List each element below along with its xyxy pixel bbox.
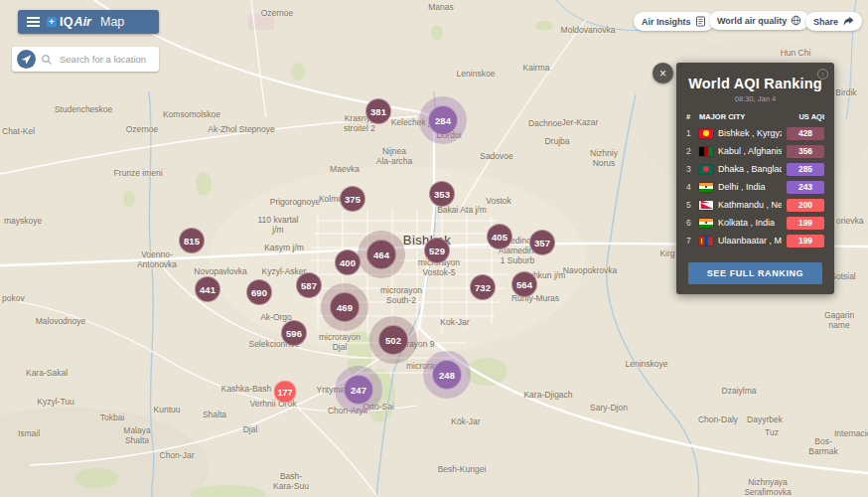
aqi-marker-441[interactable]: 441 xyxy=(195,276,220,302)
aqi-marker-596[interactable]: 596 xyxy=(281,320,307,346)
panel-timestamp: 08:30, Jan 4 xyxy=(676,94,834,103)
aqi-badge: 243 xyxy=(787,181,824,194)
aqi-marker-284[interactable]: 284 xyxy=(428,105,458,135)
city-name: Delhi , India xyxy=(718,182,782,192)
col-rank: # xyxy=(686,112,694,121)
ranking-row-3[interactable]: 3Dhaka , Bangladesh285 xyxy=(676,160,834,178)
product-name: Map xyxy=(100,15,124,29)
aqi-marker-375[interactable]: 375 xyxy=(340,186,365,212)
world-air-quality-label: World air quality xyxy=(717,16,787,26)
bangladesh-flag xyxy=(699,165,713,174)
city-name: Kolkata , India xyxy=(718,218,782,228)
list-report-icon xyxy=(695,16,706,27)
ranking-row-5[interactable]: 5Kathmandu , Nepal200 xyxy=(676,196,834,214)
aqi-badge: 199 xyxy=(787,235,824,248)
ranking-row-2[interactable]: 2Kabul , Afghanistan356 xyxy=(676,142,834,160)
share-arrow-icon xyxy=(842,16,854,27)
aqi-marker-357[interactable]: 357 xyxy=(529,230,555,255)
aqi-marker-564[interactable]: 564 xyxy=(511,271,537,297)
rank-number: 2 xyxy=(686,146,694,156)
iqair-plus-icon: + xyxy=(47,17,57,27)
search-icon xyxy=(41,54,53,66)
rank-number: 3 xyxy=(686,164,694,174)
col-city: MAJOR CITY xyxy=(699,112,794,121)
iqair-logo[interactable]: + IQ Air xyxy=(47,15,91,29)
mongolia-flag xyxy=(699,237,713,246)
send-location-icon xyxy=(21,54,32,65)
rank-number: 1 xyxy=(686,128,694,138)
aqi-marker-502[interactable]: 502 xyxy=(378,325,408,355)
aqi-marker-247[interactable]: 247 xyxy=(344,375,373,405)
india-flag xyxy=(699,219,713,228)
aqi-marker-353[interactable]: 353 xyxy=(429,181,455,207)
aqi-marker-529[interactable]: 529 xyxy=(424,238,450,263)
ranking-table-header: # MAJOR CITY US AQI xyxy=(676,103,834,124)
india-flag xyxy=(699,183,713,192)
rank-number: 6 xyxy=(686,218,694,228)
logo-text-air: Air xyxy=(74,15,91,29)
city-name: Bishkek , Kyrgyzstan xyxy=(718,128,782,138)
aqi-marker-469[interactable]: 469 xyxy=(330,292,360,322)
aqi-badge: 200 xyxy=(787,199,824,212)
aqi-marker-248[interactable]: 248 xyxy=(432,360,462,390)
ranking-row-1[interactable]: 1Bishkek , Kyrgyzstan428 xyxy=(676,124,834,142)
ranking-rows: 1Bishkek , Kyrgyzstan4282Kabul , Afghani… xyxy=(676,124,834,249)
share-label: Share xyxy=(813,17,838,27)
app-bar: + IQ Air Map xyxy=(18,10,159,34)
search-input[interactable] xyxy=(58,53,154,66)
ranking-row-6[interactable]: 6Kolkata , India199 xyxy=(676,214,834,232)
logo-text-iq: IQ xyxy=(60,15,73,29)
panel-title: World AQI Ranking xyxy=(676,76,834,91)
afghanistan-flag xyxy=(699,147,713,156)
city-name: Dhaka , Bangladesh xyxy=(718,164,782,174)
ranking-row-7[interactable]: 7Ulaanbaatar , Mo...199 xyxy=(676,232,834,249)
rank-number: 7 xyxy=(686,236,694,246)
aqi-marker-815[interactable]: 815 xyxy=(179,228,205,253)
aqi-badge: 199 xyxy=(787,217,824,230)
close-icon[interactable]: × xyxy=(652,63,673,83)
col-aqi: US AQI xyxy=(798,112,824,121)
locate-me-button[interactable] xyxy=(17,50,36,69)
share-button[interactable]: Share xyxy=(805,12,862,31)
aqi-marker-464[interactable]: 464 xyxy=(366,240,396,269)
aqi-badge: 428 xyxy=(787,127,824,140)
aqi-marker-587[interactable]: 587 xyxy=(296,272,322,298)
aqi-marker-405[interactable]: 405 xyxy=(487,224,512,249)
world-aqi-ranking-panel: × i World AQI Ranking 08:30, Jan 4 # MAJ… xyxy=(676,63,834,294)
aqi-marker-732[interactable]: 732 xyxy=(470,274,496,300)
see-full-ranking-button[interactable]: SEE FULL RANKING xyxy=(688,262,822,284)
air-insights-label: Air Insights xyxy=(642,17,691,27)
city-name: Kabul , Afghanistan xyxy=(718,146,782,156)
iqair-map-app: BishkekManasOzernoeMoldovanovkaHun ChiKa… xyxy=(0,0,868,497)
aqi-marker-177[interactable]: 177 xyxy=(274,381,297,404)
search-bar xyxy=(12,47,159,72)
rank-number: 4 xyxy=(686,182,694,192)
world-air-quality-button[interactable]: World air quality xyxy=(709,11,809,30)
aqi-marker-381[interactable]: 381 xyxy=(365,98,391,124)
aqi-marker-400[interactable]: 400 xyxy=(335,249,361,275)
aqi-badge: 285 xyxy=(787,163,824,176)
aqi-marker-690[interactable]: 690 xyxy=(246,279,272,305)
hamburger-menu-icon[interactable] xyxy=(27,21,40,23)
ranking-row-4[interactable]: 4Delhi , India243 xyxy=(676,178,834,196)
rank-number: 5 xyxy=(686,200,694,210)
air-insights-button[interactable]: Air Insights xyxy=(634,12,714,31)
info-icon[interactable]: i xyxy=(817,69,828,80)
globe-icon xyxy=(791,15,801,26)
city-name: Kathmandu , Nepal xyxy=(718,200,782,210)
aqi-badge: 356 xyxy=(787,145,824,158)
kyrgyzstan-flag xyxy=(699,129,713,138)
city-name: Ulaanbaatar , Mo... xyxy=(718,236,782,246)
nepal-flag xyxy=(699,201,713,210)
